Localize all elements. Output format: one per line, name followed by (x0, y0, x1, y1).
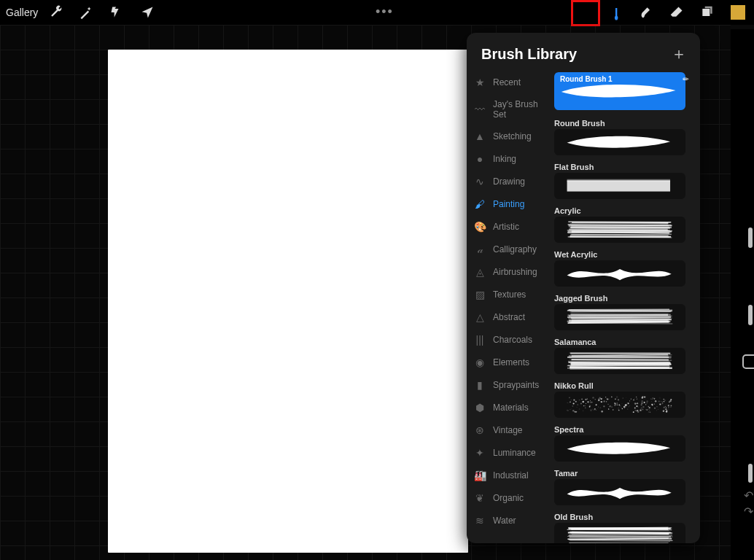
svg-point-132 (570, 409, 571, 410)
brush-item-salamanca[interactable]: Salamanca (554, 338, 693, 374)
brush-preview (554, 129, 685, 155)
svg-line-319 (570, 537, 669, 538)
redo-icon[interactable]: ↷ (744, 505, 753, 518)
brush-preview (554, 260, 685, 287)
brush-item-tamar[interactable]: Tamar (554, 469, 693, 505)
svg-line-85 (567, 366, 670, 367)
brush-item-flat-brush[interactable]: Flat Brush (554, 163, 693, 199)
category-item-industrial[interactable]: 🏭Industrial (467, 465, 551, 486)
svg-point-248 (610, 405, 610, 406)
svg-point-267 (664, 401, 665, 402)
svg-point-196 (569, 397, 570, 399)
brush-item-nikko-rull[interactable]: Nikko Rull (554, 381, 693, 418)
svg-point-242 (580, 402, 582, 404)
category-item-spraypaints[interactable]: ▮Spraypaints (467, 375, 551, 395)
opacity-slider[interactable] (748, 305, 753, 325)
wand-icon[interactable] (79, 5, 93, 20)
right-sidebar: ↶ ↷ (731, 29, 754, 560)
brush-name: Acrylic (554, 206, 693, 215)
svg-point-304 (653, 397, 654, 399)
svg-point-269 (631, 399, 631, 400)
category-item-elements[interactable]: ◉Elements (467, 352, 551, 373)
modify-button[interactable] (742, 354, 754, 369)
svg-point-309 (647, 410, 648, 411)
svg-point-154 (575, 400, 576, 401)
brush-name: Salamanca (554, 338, 693, 346)
svg-line-19 (568, 222, 671, 222)
category-item-jay-s-brush-set[interactable]: 〰Jay's Brush Set (467, 95, 551, 124)
category-item-water[interactable]: ≋Water (467, 510, 551, 531)
svg-point-221 (587, 399, 588, 400)
category-item-sketching[interactable]: ▲Sketching (467, 126, 551, 147)
category-label: Inking (493, 154, 516, 164)
layers-icon[interactable] (700, 5, 715, 20)
category-item-calligraphy[interactable]: 𝒶Calligraphy (467, 239, 551, 260)
svg-point-278 (575, 401, 577, 402)
svg-point-157 (644, 396, 645, 397)
svg-point-237 (663, 399, 664, 400)
category-item-drawing[interactable]: ∿Drawing (467, 171, 551, 192)
category-item-abstract[interactable]: △Abstract (467, 307, 551, 327)
brush-item-round-brush-1[interactable]: Round Brush 1✎ (554, 72, 693, 110)
wrench-icon[interactable] (48, 5, 63, 20)
svg-point-205 (582, 401, 584, 403)
svg-point-165 (603, 400, 605, 402)
category-item-airbrushing[interactable]: ◬Airbrushing (467, 262, 551, 282)
svg-point-302 (668, 408, 669, 408)
brush-name: Nikko Rull (554, 381, 693, 390)
undo-button[interactable] (748, 464, 753, 483)
svg-point-257 (663, 410, 664, 411)
brush-item-acrylic[interactable]: Acrylic (554, 206, 693, 243)
category-item-charcoals[interactable]: |||Charcoals (467, 330, 551, 350)
category-icon: ★ (474, 77, 486, 88)
brush-item-jagged-brush[interactable]: Jagged Brush (554, 294, 693, 330)
svg-point-122 (633, 400, 634, 401)
brush-item-old-brush[interactable]: Old Brush (554, 513, 693, 543)
svg-point-280 (647, 397, 648, 397)
category-item-inking[interactable]: ●Inking (467, 149, 551, 169)
svg-point-251 (577, 404, 578, 405)
category-item-recent[interactable]: ★Recent (467, 72, 551, 93)
svg-point-117 (598, 399, 599, 400)
svg-point-256 (664, 407, 665, 408)
gallery-button[interactable]: Gallery (6, 7, 38, 18)
category-item-artistic[interactable]: 🎨Artistic (467, 217, 551, 237)
svg-point-206 (656, 406, 657, 407)
canvas[interactable] (108, 50, 468, 553)
svg-point-112 (598, 407, 599, 408)
category-item-vintage[interactable]: ⊛Vintage (467, 420, 551, 440)
brush-item-spectra[interactable]: Spectra (554, 425, 693, 462)
more-options-icon[interactable]: ••• (376, 4, 394, 20)
category-item-luminance[interactable]: ✦Luminance (467, 443, 551, 463)
svg-point-236 (579, 400, 580, 400)
svg-point-113 (656, 411, 657, 411)
color-swatch[interactable] (731, 5, 745, 20)
svg-point-240 (622, 408, 623, 410)
add-brush-button[interactable]: ＋ (671, 43, 687, 65)
category-item-painting[interactable]: 🖌Painting (467, 194, 551, 214)
svg-point-235 (571, 408, 572, 409)
svg-point-133 (652, 399, 653, 400)
svg-point-305 (666, 410, 668, 411)
brush-tool-icon[interactable] (605, 2, 626, 23)
brush-name: Spectra (554, 425, 693, 434)
svg-point-131 (664, 411, 665, 411)
category-icon: ❦ (474, 492, 486, 504)
svg-point-283 (567, 410, 567, 411)
undo-icon[interactable]: ↶ (744, 489, 753, 502)
category-item-textures[interactable]: ▨Textures (467, 284, 551, 305)
category-item-materials[interactable]: ⬢Materials (467, 397, 551, 418)
brush-size-slider[interactable] (748, 228, 753, 248)
svg-point-262 (586, 403, 586, 404)
svg-point-114 (598, 400, 599, 401)
eraser-tool-icon[interactable] (669, 5, 684, 20)
brush-item-round-brush[interactable]: Round Brush (554, 119, 693, 155)
smudge-tool-icon[interactable] (639, 5, 653, 20)
select-icon[interactable] (109, 5, 124, 20)
arrow-icon[interactable] (140, 5, 155, 20)
svg-point-201 (627, 408, 628, 409)
svg-point-255 (617, 407, 619, 409)
category-label: Recent (493, 77, 521, 88)
category-item-organic[interactable]: ❦Organic (467, 488, 551, 508)
brush-item-wet-acrylic[interactable]: Wet Acrylic (554, 250, 693, 287)
